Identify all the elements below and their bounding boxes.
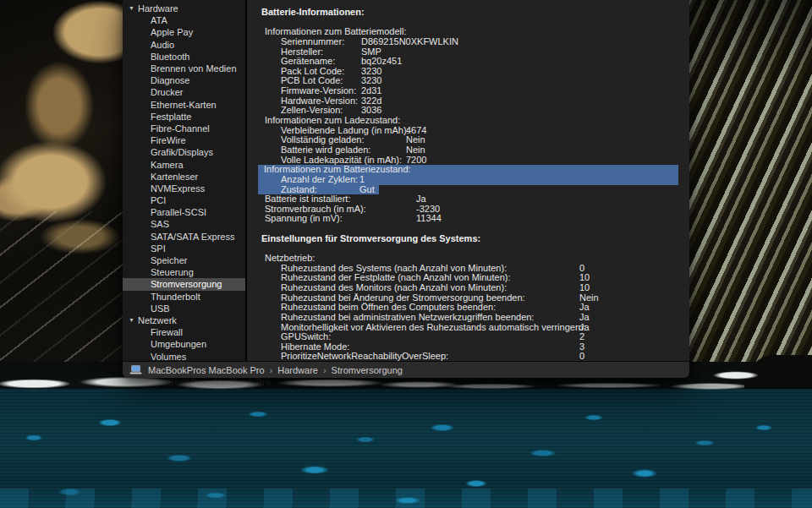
sidebar-item[interactable]: ▼ Firewall — [123, 326, 245, 338]
disclosure-triangle-icon[interactable]: ▼ — [129, 314, 138, 326]
info-value: 1 — [359, 175, 365, 185]
sidebar-item-label: Volumes — [151, 352, 186, 361]
sidebar-item-label: SATA/SATA Express — [151, 232, 234, 242]
info-label: GPUSwitch: — [281, 331, 331, 341]
sidebar-item-label: Brennen von Medien — [151, 63, 237, 74]
info-label: Spannung (in mV): — [265, 213, 343, 223]
info-value: 3036 — [361, 106, 381, 116]
wallpaper-right-rock-strata — [688, 0, 812, 376]
sidebar-item[interactable]: ▼ Thunderbolt — [123, 291, 245, 303]
info-label: Stromverbrauch (in mA): — [265, 204, 366, 214]
info-label: Hardware-Version: — [281, 96, 358, 106]
sidebar-item[interactable]: ▼ Netzwerk — [123, 314, 245, 326]
sidebar-item-label: SAS — [151, 219, 169, 229]
sidebar-item[interactable]: ▼ Diagnose — [123, 74, 245, 86]
sidebar-item-label: Fibre-Channel — [151, 123, 210, 134]
sidebar-item[interactable]: ▼ Bluetooth — [123, 51, 245, 63]
sidebar-item[interactable]: ▼ USB — [123, 303, 245, 314]
info-label: Zellen-Version: — [281, 105, 343, 115]
info-label: Ruhezustand bei Änderung der Stromversor… — [281, 292, 525, 303]
wallpaper-surf-foam-patch — [710, 369, 770, 381]
selected-text-block[interactable]: Informationen zum Batteriezustand: Anzah… — [258, 165, 678, 194]
sidebar-item[interactable]: ▼ Drucker — [123, 86, 245, 98]
info-label: Batterie wird geladen: — [281, 145, 370, 155]
sidebar-item[interactable]: ▼ Speicher — [123, 254, 245, 266]
info-value: 10 — [579, 283, 590, 293]
spacer — [261, 243, 689, 254]
info-label: Volle Ladekapazität (in mAh): — [281, 155, 402, 165]
info-label: Hersteller: — [281, 46, 323, 57]
sidebar-item[interactable]: ▼ PCI — [123, 194, 245, 206]
sidebar-item[interactable]: ▼ Volumes — [123, 350, 245, 361]
breadcrumb-item[interactable]: Stromversorgung › — [332, 365, 403, 375]
sidebar-item-label: Netzwerk — [138, 315, 177, 325]
sidebar-item[interactable]: ▼ SAS — [123, 218, 245, 230]
info-label: Gerätename: — [281, 56, 335, 66]
sidebar-item-label: Kamera — [151, 160, 184, 170]
sidebar-item[interactable]: ▼ Brennen von Medien — [123, 63, 245, 74]
power-settings-heading: Einstellungen für Stromversorgung des Sy… — [261, 234, 689, 244]
breadcrumb-item[interactable]: MacBookPros MacBook Pro › — [148, 365, 272, 375]
sidebar-item-label: Stromversorgung — [151, 279, 222, 289]
sidebar-item[interactable]: ▼ Apple Pay — [123, 26, 245, 38]
info-label: Verbleibende Ladung (in mAh): — [281, 125, 409, 135]
sidebar-item[interactable]: ▼ Hardware — [123, 3, 245, 14]
sidebar-item[interactable]: ▼ Grafik/Displays — [123, 146, 245, 158]
sidebar-item-label: SPI — [151, 243, 166, 254]
sidebar-item[interactable]: ▼ Fibre-Channel — [123, 123, 245, 134]
sidebar-item-label: ATA — [151, 15, 167, 25]
sidebar-item[interactable]: ▼ NVMExpress — [123, 183, 245, 194]
sidebar-item-label: Umgebungen — [151, 339, 206, 349]
sidebar-item-label: Festplatte — [151, 112, 191, 122]
ac-power-rows: Ruhezustand des Systems (nach Anzahl von… — [261, 264, 689, 361]
sidebar-item-label: Drucker — [151, 87, 184, 97]
info-label: Ruhezustand des Monitors (nach Anzahl vo… — [281, 282, 507, 292]
info-label: Batterie ist installiert: — [265, 194, 350, 204]
info-row: Seriennummer: D869215N0XKFWLKIN — [261, 37, 689, 47]
charge-state-rows: Verbleibende Ladung (in mAh): 4674 Volls… — [261, 126, 689, 166]
info-label: Ruhezustand beim Öffnen des Computers be… — [281, 302, 496, 312]
disclosure-triangle-icon[interactable]: ▼ — [129, 3, 138, 14]
sidebar-item[interactable]: ▼ ATA — [123, 14, 245, 26]
sidebar-item-label: Parallel-SCSI — [151, 207, 206, 217]
info-label: Pack Lot Code: — [281, 66, 344, 76]
breadcrumb-label[interactable]: MacBookPros MacBook Pro — [148, 365, 265, 375]
sidebar-item[interactable]: ▼ FireWire — [123, 134, 245, 146]
info-label: Ruhezustand bei administrativen Netzwerk… — [281, 312, 534, 322]
info-label: Monitorhelligkeit vor Aktivieren des Ruh… — [281, 322, 586, 332]
info-row: Volle Ladekapazität (in mAh): 7200 — [261, 156, 689, 166]
info-value: Gut — [359, 185, 375, 195]
info-row: Anzahl der Zyklen: 1 — [258, 175, 678, 185]
info-label: Vollständig geladen: — [281, 134, 364, 145]
breadcrumb-item[interactable]: Hardware › — [277, 365, 326, 375]
sidebar-item[interactable]: ▼ SPI — [123, 243, 245, 254]
info-label: Firmware-Version: — [281, 85, 356, 96]
sidebar[interactable]: ▼ Hardware ▼ ATA ▼ Apple Pay ▼ Audio — [123, 0, 245, 361]
sidebar-item[interactable]: ▼ Audio — [123, 39, 245, 51]
sidebar-item-label: Hardware — [138, 3, 178, 14]
sidebar-item[interactable]: ▼ Festplatte — [123, 111, 245, 123]
sidebar-item[interactable]: ▼ Steuerung — [123, 266, 245, 278]
info-row: Zellen-Version: 3036 — [261, 106, 689, 116]
info-value: D869215N0XKFWLKIN — [361, 37, 458, 47]
info-label: Ruhezustand der Festplatte (nach Anzahl … — [281, 272, 511, 282]
battery-info-heading: Batterie-Informationen: — [261, 8, 689, 18]
info-value: 0 — [579, 352, 584, 361]
info-label: Ruhezustand des Systems (nach Anzahl von… — [281, 263, 507, 273]
wallpaper-wave-crests — [0, 489, 812, 508]
sidebar-item[interactable]: ▼ Ethernet-Karten — [123, 99, 245, 111]
sidebar-item[interactable]: ▼ SATA/SATA Express — [123, 231, 245, 243]
sidebar-item[interactable]: ▼ Parallel-SCSI — [123, 206, 245, 218]
sidebar-item[interactable]: ▼ Kartenleser — [123, 171, 245, 183]
detail-pane[interactable]: Batterie-Informationen: Informationen zu… — [245, 0, 689, 361]
breadcrumb-label[interactable]: Hardware — [277, 365, 318, 375]
breadcrumb-label[interactable]: Stromversorgung — [332, 365, 403, 375]
sidebar-item[interactable]: ▼ Umgebungen — [123, 338, 245, 350]
sidebar-item[interactable]: ▼ Kamera — [123, 158, 245, 170]
sidebar-item-label: Apple Pay — [151, 27, 193, 37]
sidebar-item-label: Steuerung — [151, 267, 194, 277]
info-label: PrioritizeNetworkReachabilityOverSleep: — [281, 351, 448, 361]
sidebar-item[interactable]: ▼ Stromversorgung — [123, 278, 245, 290]
battery-model-rows: Seriennummer: D869215N0XKFWLKIN Herstell… — [261, 37, 689, 116]
battery-general-rows: Batterie ist installiert: Ja Stromverbra… — [261, 194, 689, 224]
